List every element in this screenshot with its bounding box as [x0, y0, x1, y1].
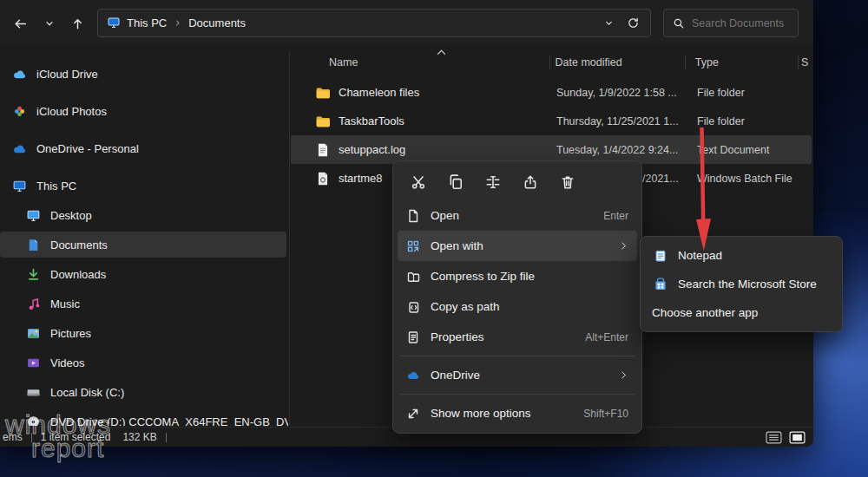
cut-button[interactable] [399, 168, 437, 196]
file-date: Tuesday, 1/4/2022 9:24... [551, 144, 686, 156]
desktop-icon [26, 208, 41, 223]
menu-item-label: Open with [431, 239, 483, 252]
file-name: TaskbarTools [339, 114, 404, 127]
file-date: Sunday, 1/9/2022 1:58 ... [551, 87, 686, 99]
cut-icon [411, 174, 426, 190]
breadcrumb-this-pc[interactable]: This PC [122, 16, 172, 29]
submenu-item-search-microsoft-store[interactable]: Search the Microsoft Store [645, 270, 838, 298]
up-button[interactable] [66, 12, 89, 35]
file-name: setuppact.log [339, 143, 405, 156]
open-icon [404, 208, 422, 224]
sidebar-item-label: Music [50, 297, 80, 310]
watermark: windows report [5, 413, 111, 460]
sidebar-item-label: iCloud Drive [36, 68, 98, 81]
file-row-taskbartools[interactable]: TaskbarTools Thursday, 11/25/2021 1... F… [291, 107, 812, 135]
address-dropdown-button[interactable] [603, 17, 615, 29]
sidebar-item-onedrive[interactable]: OneDrive - Personal [0, 135, 286, 161]
breadcrumb-documents[interactable]: Documents [183, 16, 251, 29]
column-separator[interactable] [798, 56, 799, 69]
properties-icon [404, 330, 422, 345]
delete-button[interactable] [549, 168, 586, 196]
menu-item-copy-as-path[interactable]: Copy as path [398, 291, 637, 322]
watermark-line: report [31, 436, 111, 460]
column-separator[interactable] [685, 56, 686, 69]
navigation-pane: iCloud Drive iCloud Photos OneDrive - Pe… [0, 61, 288, 426]
status-divider [166, 433, 167, 442]
sidebar-item-desktop[interactable]: Desktop [0, 202, 286, 228]
copy-icon [448, 174, 464, 190]
file-row-chameleon-files[interactable]: Chameleon files Sunday, 1/9/2022 1:58 ..… [291, 78, 812, 107]
menu-item-label: OneDrive [431, 369, 480, 382]
sidebar-item-downloads[interactable]: Downloads [0, 261, 286, 287]
menu-item-onedrive[interactable]: OneDrive [398, 360, 637, 390]
up-arrow-icon [70, 16, 85, 31]
large-icons-view-button[interactable] [787, 430, 806, 445]
menu-item-compress-to-zip[interactable]: Compress to Zip file [398, 261, 637, 291]
back-arrow-icon [13, 16, 28, 31]
sidebar-item-videos[interactable]: Videos [0, 350, 286, 376]
sidebar-item-label: iCloud Photos [36, 105, 107, 118]
menu-shortcut: Enter [603, 210, 628, 222]
column-header-size[interactable]: S [796, 56, 813, 69]
menu-item-label: Copy as path [431, 300, 500, 313]
context-menu: Open Enter Open with Compress to Zip fil… [392, 160, 642, 434]
sidebar-item-this-pc[interactable]: This PC [0, 173, 286, 199]
column-header-type[interactable]: Type [684, 56, 796, 69]
share-button[interactable] [511, 168, 549, 196]
sidebar-item-music[interactable]: Music [0, 291, 286, 317]
column-header-date-modified[interactable]: Date modified [550, 56, 684, 69]
column-headers: Name Date modified Type S [291, 50, 813, 75]
menu-separator [399, 356, 635, 356]
submenu-item-label: Choose another app [652, 306, 758, 319]
submenu-chevron-icon [619, 370, 628, 380]
menu-item-properties[interactable]: Properties Alt+Enter [398, 322, 637, 352]
log-file-icon [315, 142, 331, 158]
local-disk-icon [26, 385, 41, 400]
sidebar-item-label: Pictures [50, 327, 91, 340]
column-header-name[interactable]: Name [291, 56, 550, 69]
rename-button[interactable] [474, 168, 511, 196]
search-box[interactable] [663, 9, 799, 37]
column-separator[interactable] [549, 56, 550, 69]
sidebar-item-documents[interactable]: Documents [0, 232, 286, 258]
sidebar-item-icloud-drive[interactable]: iCloud Drive [0, 61, 286, 87]
sidebar-item-pictures[interactable]: Pictures [0, 320, 286, 346]
file-date: Thursday, 11/25/2021 1... [551, 115, 686, 127]
copy-button[interactable] [437, 168, 474, 196]
refresh-button[interactable] [627, 16, 640, 29]
sidebar-item-label: OneDrive - Personal [36, 142, 139, 155]
address-bar[interactable]: This PC Documents [97, 9, 651, 37]
recent-locations-button[interactable] [38, 12, 61, 35]
downloads-icon [26, 267, 41, 282]
copy-path-icon [404, 299, 422, 315]
submenu-item-notepad[interactable]: Notepad [645, 241, 838, 270]
submenu-item-choose-another-app[interactable]: Choose another app [645, 298, 838, 327]
chevron-right-icon [174, 19, 181, 27]
menu-item-show-more-options[interactable]: Show more options Shift+F10 [398, 398, 637, 428]
sidebar-item-label: Local Disk (C:) [50, 386, 124, 399]
back-button[interactable] [9, 12, 31, 35]
chevron-down-icon [43, 17, 56, 29]
details-view-button[interactable] [764, 430, 783, 445]
menu-item-label: Open [431, 209, 459, 222]
sidebar-item-label: Videos [50, 356, 85, 369]
sidebar-item-label: Documents [50, 238, 108, 252]
folder-icon [315, 85, 331, 101]
file-name: Chameleon files [339, 86, 419, 99]
search-input[interactable] [692, 17, 787, 29]
menu-item-open[interactable]: Open Enter [398, 200, 637, 231]
sort-ascending-icon [437, 49, 446, 56]
sidebar-item-icloud-photos[interactable]: iCloud Photos [0, 98, 286, 124]
microsoft-store-icon [652, 277, 669, 292]
music-icon [26, 297, 41, 311]
rename-icon [485, 174, 501, 190]
icloud-photos-icon [12, 104, 27, 119]
menu-item-label: Compress to Zip file [431, 270, 535, 283]
submenu-item-label: Search the Microsoft Store [678, 278, 817, 291]
notepad-icon [652, 248, 669, 264]
sidebar-item-local-disk-c[interactable]: Local Disk (C:) [0, 379, 286, 405]
menu-item-open-with[interactable]: Open with [398, 231, 637, 261]
menu-separator [399, 394, 635, 395]
delete-icon [560, 174, 575, 190]
videos-icon [26, 356, 41, 370]
